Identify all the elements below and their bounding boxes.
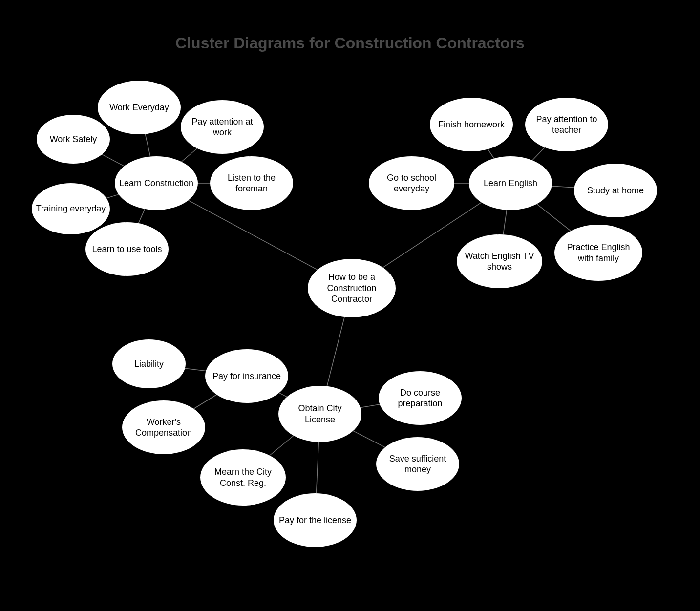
node-paywork: Pay attention at work [181,100,264,154]
node-learnEnglish: Learn English [469,156,552,210]
node-workersComp: Worker's Compensation [122,400,205,454]
node-payInsurance: Pay for insurance [205,349,288,403]
edge-learnEnglish-finishHW [488,149,494,159]
edge-payInsurance-workersComp [194,395,217,409]
edge-learnConstruction-workEveryday [145,134,150,156]
node-label: Pay for the license [279,515,351,526]
node-label: Go to school everyday [373,172,450,194]
node-coursePrep: Do course preparation [379,371,462,425]
edge-learnConstruction-learnTools [139,209,145,223]
edge-obtainLicense-saveMoney [353,431,385,447]
node-liability: Liability [112,339,186,388]
node-label: Watch English TV shows [461,251,538,273]
edge-learnConstruction-trainingEveryday [106,194,119,198]
node-label: Listen to the foreman [214,172,289,194]
edge-learnEnglish-watchTV [503,210,507,234]
node-label: Save sufficient money [380,453,455,475]
edge-center-learnConstruction [188,200,318,270]
node-label: Obtain City License [282,403,358,425]
node-finishHW: Finish homework [430,98,513,151]
node-label: Practice English with family [558,242,638,264]
node-label: Learn English [484,178,537,189]
edge-obtainLicense-mearnReg [270,436,294,456]
node-label: Pay attention at work [185,116,260,138]
node-learnTools: Learn to use tools [85,222,169,276]
node-workSafely: Work Safely [37,115,110,164]
node-label: Study at home [587,185,644,196]
node-label: Learn Construction [119,178,193,189]
node-label: Mearn the City Const. Reg. [204,466,282,488]
node-studyHome: Study at home [574,164,657,217]
node-payTeacher: Pay attention to teacher [525,98,608,151]
node-listenForeman: Listen to the foreman [210,156,293,210]
edge-obtainLicense-coursePrep [361,404,380,407]
edge-payInsurance-liability [185,368,206,371]
node-label: Finish homework [438,119,505,130]
node-goSchool: Go to school everyday [369,156,454,210]
node-label: Learn to use tools [92,244,162,255]
node-practiceFamily: Practice English with family [554,225,642,281]
node-label: Pay attention to teacher [529,114,604,136]
node-saveMoney: Save sufficient money [376,437,459,491]
node-label: How to be a Construction Contractor [312,272,392,305]
edge-learnEnglish-payTeacher [532,147,545,161]
edge-learnConstruction-workSafely [102,154,125,166]
node-label: Work Everyday [109,102,169,113]
edge-center-obtainLicense [327,317,344,386]
edge-learnEnglish-studyHome [552,186,574,188]
edge-learnEnglish-practiceFamily [537,204,571,231]
edge-learnConstruction-paywork [181,148,197,162]
node-label: Worker's Compensation [126,417,201,439]
node-obtainLicense: Obtain City License [278,386,361,442]
node-payLicense: Pay for the license [274,493,357,547]
edge-obtainLicense-payLicense [317,442,319,493]
node-label: Pay for insurance [212,371,281,382]
node-label: Work Safely [50,134,97,145]
diagram-canvas: Cluster Diagrams for Construction Contra… [0,0,700,611]
node-mearnReg: Mearn the City Const. Reg. [200,449,286,506]
node-center: How to be a Construction Contractor [308,259,396,317]
node-watchTV: Watch English TV shows [457,234,542,288]
node-learnConstruction: Learn Construction [115,156,198,210]
node-label: Do course preparation [382,387,458,409]
node-workEveryday: Work Everyday [98,81,181,134]
node-label: Training everyday [36,203,106,214]
node-label: Liability [134,358,164,370]
node-trainingEveryday: Training everyday [32,183,110,234]
edge-obtainLicense-payInsurance [279,393,287,397]
